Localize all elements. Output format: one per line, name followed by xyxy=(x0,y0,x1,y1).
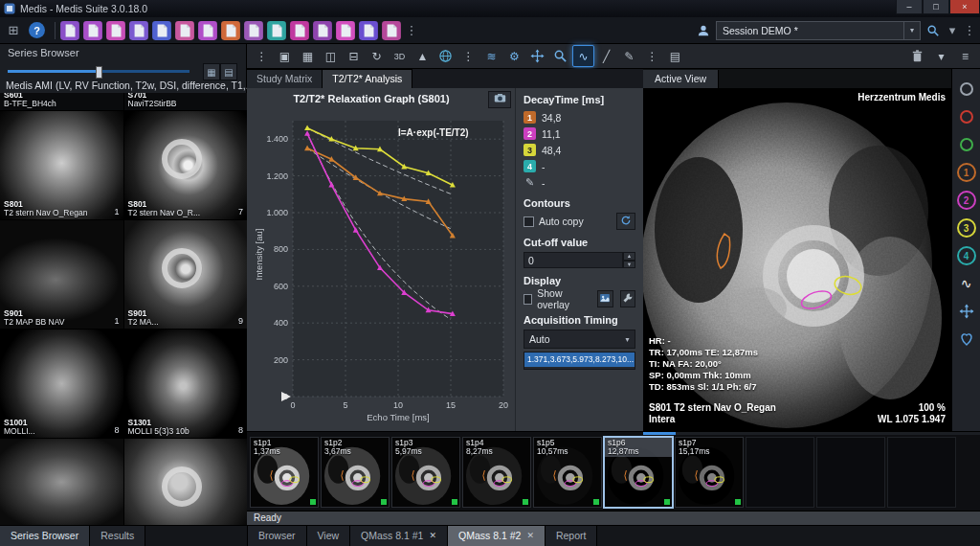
contour-green-tool[interactable] xyxy=(956,134,977,155)
tab-study-matrix[interactable]: Study Matrix xyxy=(247,69,323,88)
apps-launcher-icon[interactable]: ⊞ xyxy=(4,20,23,41)
suite-app-11-icon[interactable] xyxy=(289,20,310,41)
suite-app-8-icon[interactable] xyxy=(220,20,241,41)
series-thumbnail[interactable]: S801T2 stern Nav O_R...7 xyxy=(124,111,248,219)
series-thumbnail[interactable]: S801T2 stern Nav O_Regan1 xyxy=(0,111,123,219)
apps-overflow-icon[interactable]: ⋮ xyxy=(402,20,421,41)
study-matrix-icon[interactable]: ▦ xyxy=(297,45,319,67)
cardiac-tool[interactable] xyxy=(956,329,977,350)
layout-columns-icon[interactable]: ◫ xyxy=(320,45,342,67)
active-viewport[interactable]: Herzzentrum Medis HR: -TR: 17,00ms TE: 1… xyxy=(643,88,951,431)
filmstrip-frame[interactable]: s1p48,27ms xyxy=(462,437,531,508)
suite-app-12-icon[interactable] xyxy=(312,20,333,41)
cutoff-spinner[interactable]: ▲▼ xyxy=(623,252,635,268)
tab-t2-analysis[interactable]: T2/T2* Analysis xyxy=(323,69,412,88)
decay-row[interactable]: 4- xyxy=(523,158,635,174)
maximize-button[interactable]: □ xyxy=(923,0,949,14)
relaxation-chart[interactable]: 02004006008001.0001.2001.40005101520I=A·… xyxy=(249,109,513,425)
snapshot-button[interactable] xyxy=(488,91,511,108)
image-view-icon[interactable]: ▣ xyxy=(274,45,296,67)
series-thumbnail[interactable] xyxy=(0,439,123,525)
close-tab-icon[interactable]: ✕ xyxy=(429,526,436,546)
grip-icon[interactable]: ⋮ xyxy=(251,45,273,67)
auto-copy-checkbox[interactable] xyxy=(523,216,534,227)
user-icon[interactable] xyxy=(695,22,712,39)
suite-app-15-icon[interactable] xyxy=(381,20,402,41)
series-thumbnail[interactable] xyxy=(124,439,248,525)
layout-rows-icon[interactable]: ⊟ xyxy=(343,45,365,67)
frame-scrollbar[interactable] xyxy=(643,432,980,435)
view-3d-icon[interactable]: 3D xyxy=(389,45,411,67)
pan-tool[interactable] xyxy=(956,301,977,322)
rotate-view-icon[interactable]: ↻ xyxy=(366,45,388,67)
slider-handle[interactable] xyxy=(96,66,102,79)
pan-tool-icon[interactable] xyxy=(526,45,548,67)
delete-options-caret-icon[interactable]: ▾ xyxy=(930,45,952,67)
suite-app-1-icon[interactable] xyxy=(59,20,80,41)
overlay-settings-button[interactable] xyxy=(620,290,636,307)
decay-row[interactable]: 211,1 xyxy=(523,125,635,142)
search-icon[interactable] xyxy=(924,22,942,39)
grid-view-button[interactable]: ▦ xyxy=(203,63,220,80)
decay-row[interactable]: ✎- xyxy=(523,174,635,191)
roi-3-tool[interactable]: 3 xyxy=(956,217,977,239)
suite-app-4-icon[interactable] xyxy=(128,20,149,41)
filmstrip-frame[interactable]: s1p715,17ms xyxy=(675,437,744,508)
delete-tool-icon[interactable] xyxy=(906,45,928,67)
suite-app-10-icon[interactable] xyxy=(266,20,287,41)
suite-app-9-icon[interactable] xyxy=(243,20,264,41)
roi-2-tool[interactable]: 2 xyxy=(956,190,977,211)
filmstrip-frame[interactable]: s1p612,87ms xyxy=(604,437,673,508)
series-thumbnail[interactable]: S901T2 MAP BB NAV1 xyxy=(0,220,123,329)
pencil-tool-icon[interactable]: ✎ xyxy=(618,45,640,67)
acquisition-mode-select[interactable]: Auto ▾ xyxy=(523,330,635,349)
suite-app-6-icon[interactable] xyxy=(174,20,195,41)
workspace-tab-view[interactable]: View xyxy=(307,526,351,546)
suite-app-2-icon[interactable] xyxy=(82,20,103,41)
acquisition-list[interactable]: 1.371,3.673,5.973,8.273,10... xyxy=(523,352,635,370)
contour-red-tool[interactable] xyxy=(956,106,977,127)
suite-app-14-icon[interactable] xyxy=(358,20,379,41)
filmstrip-frame[interactable]: s1p23,67ms xyxy=(321,437,390,508)
filmstrip-view-icon[interactable]: ▤ xyxy=(664,45,686,67)
close-button[interactable]: × xyxy=(949,0,980,14)
orientation-globe-icon[interactable] xyxy=(434,45,457,67)
suite-app-5-icon[interactable] xyxy=(151,20,172,41)
cutoff-input[interactable] xyxy=(523,252,623,268)
filmstrip-frame[interactable]: s1p510,57ms xyxy=(533,437,602,508)
overflow-menu-icon[interactable]: ≡ xyxy=(954,45,976,67)
left-tab-series-browser[interactable]: Series Browser xyxy=(0,526,90,546)
draw-contour-tool[interactable] xyxy=(956,79,977,100)
series-thumbnail[interactable]: S901T2 MA...9 xyxy=(124,220,248,329)
series-thumbnail[interactable]: S601B-TFE_BH4ch xyxy=(0,93,123,110)
left-tab-results[interactable]: Results xyxy=(90,526,145,546)
workspace-tab-qmass-8-1-1[interactable]: QMass 8.1 #1✕ xyxy=(350,526,448,546)
series-thumbnail[interactable]: S1001MOLLI...8 xyxy=(0,330,123,438)
suite-app-3-icon[interactable] xyxy=(105,20,126,41)
overlay-style-button[interactable] xyxy=(597,290,613,307)
copy-contours-button[interactable] xyxy=(616,213,635,230)
cone-beam-icon[interactable]: ▲ xyxy=(412,45,434,67)
help-icon[interactable]: ? xyxy=(29,22,45,38)
close-tab-icon[interactable]: ✕ xyxy=(526,526,534,546)
curve-fit-tool-icon[interactable]: ∿ xyxy=(572,45,594,67)
workspace-tab-qmass-8-1-2[interactable]: QMass 8.1 #2✕ xyxy=(448,526,546,546)
workspace-tab-browser[interactable]: Browser xyxy=(248,526,307,546)
series-thumbnail[interactable]: S701NaviT2StirBB xyxy=(124,93,248,110)
decay-row[interactable]: 134,8 xyxy=(523,109,635,125)
frame-scrollbar-thumb[interactable] xyxy=(643,432,676,435)
tab-active-view[interactable]: Active View xyxy=(643,70,719,88)
workspace-tab-report[interactable]: Report xyxy=(546,526,598,546)
decay-row[interactable]: 348,4 xyxy=(523,142,635,158)
grip-icon[interactable]: ⋮ xyxy=(641,45,663,67)
filmstrip-frame[interactable]: s1p35,97ms xyxy=(391,437,460,508)
suite-app-13-icon[interactable] xyxy=(335,20,356,41)
freehand-tool[interactable]: ∿ xyxy=(956,273,977,294)
gear-add-icon[interactable]: ⚙ xyxy=(503,45,525,67)
session-combobox[interactable]: Session DEMO * ▾ xyxy=(716,21,921,40)
streamlines-icon[interactable]: ≋ xyxy=(480,45,502,67)
roi-1-tool[interactable]: 1 xyxy=(956,162,977,183)
acquisition-list-item[interactable]: 1.371,3.673,5.973,8.273,10... xyxy=(524,353,635,367)
minimize-button[interactable]: – xyxy=(896,0,923,14)
show-overlay-checkbox[interactable] xyxy=(523,294,532,305)
